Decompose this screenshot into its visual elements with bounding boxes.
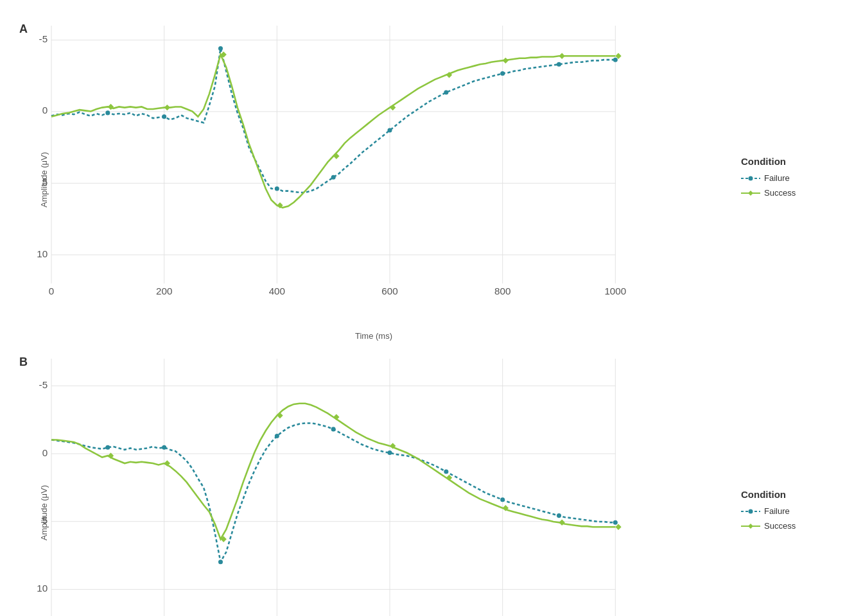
legend-item-success-a: Success: [741, 188, 844, 198]
line-failure-b: [51, 423, 615, 561]
dot-marker-b10: [613, 520, 618, 525]
dot-marker-a7: [444, 90, 448, 94]
svg-text:10: 10: [37, 583, 48, 594]
legend-line-failure-a-svg: [741, 175, 760, 182]
dot-marker-b7: [444, 470, 448, 474]
legend-label-failure-b: Failure: [764, 506, 790, 516]
x-axis-label-a: Time (ms): [355, 331, 392, 341]
chart-row-b: B Amplitude (μV) Time (ms): [13, 346, 850, 616]
line-success-b: [51, 404, 615, 540]
dot-marker-a5: [331, 175, 336, 180]
diamond-marker-b10: [615, 524, 621, 530]
dot-marker-a3: [218, 46, 223, 51]
chart-label-b: B: [19, 355, 28, 369]
svg-text:0: 0: [42, 447, 48, 458]
dot-marker-a1: [105, 110, 110, 115]
legend-area-a: Condition Failure Success: [735, 13, 850, 346]
dot-marker-a2: [162, 114, 166, 119]
chart-area-a: A Amplitude (μV) Time (ms): [13, 13, 735, 346]
diamond-marker-a8: [503, 58, 509, 64]
legend-title-a: Condition: [741, 156, 844, 167]
chart-label-a: A: [19, 22, 28, 36]
svg-text:0: 0: [49, 286, 54, 296]
dot-marker-b2: [162, 445, 166, 450]
diamond-marker-a2: [164, 105, 170, 110]
diamond-marker-b7: [446, 475, 452, 481]
dot-marker-b1: [105, 445, 110, 450]
dot-marker-a9: [557, 62, 561, 67]
svg-text:400: 400: [269, 286, 285, 296]
svg-marker-23: [748, 191, 753, 196]
chart-row-a: A Amplitude (μV) Time (ms): [13, 13, 850, 346]
legend-line-success-a-svg: [741, 189, 760, 197]
svg-point-21: [749, 176, 753, 180]
diamond-marker-b5: [333, 414, 339, 420]
dot-marker-b3: [218, 560, 223, 564]
legend-area-b: Condition Failure Success: [735, 346, 850, 616]
dot-marker-b8: [500, 497, 505, 502]
legend-label-success-b: Success: [764, 521, 796, 531]
y-axis-label-a: Amplitude (μV): [39, 151, 49, 207]
dot-marker-b9: [557, 513, 561, 518]
diamond-marker-a6: [390, 105, 396, 110]
legend-label-success-a: Success: [764, 188, 796, 198]
svg-text:800: 800: [494, 286, 510, 296]
dot-marker-a10: [613, 58, 618, 62]
legend-item-failure-b: Failure: [741, 506, 844, 516]
svg-point-45: [749, 509, 753, 513]
dot-marker-a8: [500, 71, 505, 76]
chart-svg-a: -5 0 5 10 0 200 400 600 800 1000: [51, 26, 728, 314]
y-axis-label-b: Amplitude (μV): [39, 484, 49, 540]
svg-text:600: 600: [381, 286, 397, 296]
svg-text:-5: -5: [39, 379, 48, 390]
chart-area-b: B Amplitude (μV) Time (ms): [13, 346, 735, 616]
svg-marker-47: [748, 524, 753, 529]
dot-marker-b5: [331, 427, 336, 431]
svg-text:200: 200: [156, 286, 172, 296]
svg-text:0: 0: [42, 105, 48, 116]
legend-item-success-b: Success: [741, 521, 844, 531]
diamond-marker-a9: [559, 53, 565, 59]
svg-text:1000: 1000: [604, 286, 626, 296]
dot-marker-a6: [387, 128, 392, 133]
legend-label-failure-a: Failure: [764, 173, 790, 183]
charts-container: A Amplitude (μV) Time (ms): [13, 13, 850, 603]
chart-svg-b: -5 0 5 10 0 200 400 600 800 1000: [51, 359, 728, 616]
svg-text:-5: -5: [39, 33, 48, 44]
svg-text:10: 10: [37, 248, 48, 259]
dot-marker-a4: [275, 187, 279, 191]
line-failure-a: [51, 48, 615, 193]
line-success-a: [51, 55, 615, 208]
dot-marker-b6: [387, 450, 392, 455]
legend-title-b: Condition: [741, 489, 844, 500]
diamond-marker-b4: [277, 413, 283, 418]
legend-line-success-b-svg: [741, 522, 760, 530]
dot-marker-b4: [275, 434, 279, 438]
legend-line-failure-b-svg: [741, 508, 760, 515]
legend-item-failure-a: Failure: [741, 173, 844, 183]
